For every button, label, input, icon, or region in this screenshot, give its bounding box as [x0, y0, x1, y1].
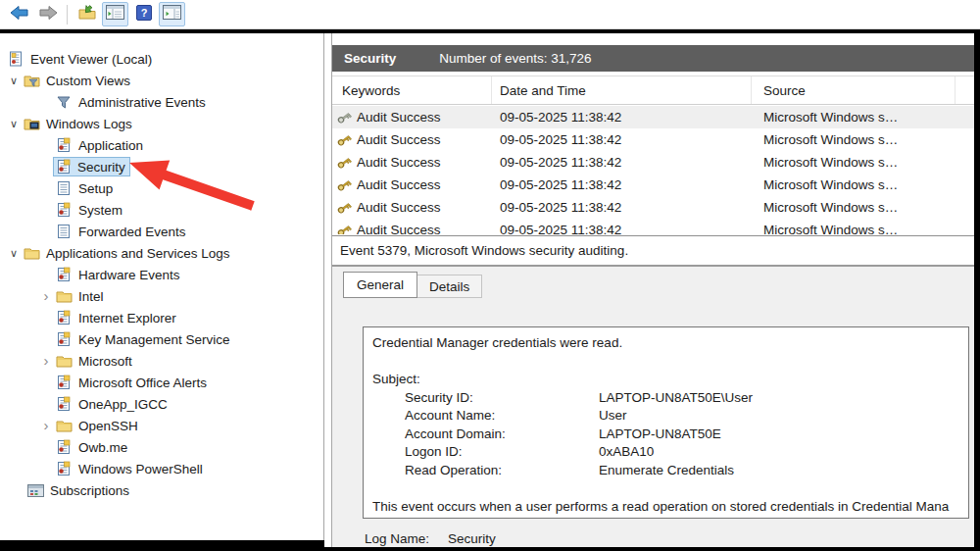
tree-item-label: Key Management Service	[78, 332, 230, 347]
folder-filter-icon	[24, 73, 41, 88]
events-table-body: Audit Success09-05-2025 11:38:42Microsof…	[332, 106, 974, 234]
chevron-down-icon[interactable]: ∨	[4, 70, 24, 91]
event-row[interactable]: Audit Success09-05-2025 11:38:42Microsof…	[332, 151, 974, 174]
tree-item-openssh[interactable]: ›OpenSSH	[0, 415, 323, 436]
event-row[interactable]: Audit Success09-05-2025 11:38:42Microsof…	[332, 128, 974, 151]
key-gold-icon	[336, 177, 352, 193]
event-description-box[interactable]: Credential Manager credentials were read…	[363, 326, 969, 519]
tree-item-administrative-events[interactable]: Administrative Events	[0, 91, 323, 113]
folder-icon	[56, 288, 74, 304]
tree-item-label: Subscriptions	[50, 483, 129, 498]
log-name-value: Security	[448, 531, 496, 546]
chevron-right-icon[interactable]: ›	[36, 415, 56, 436]
tree-item-label: Owb.me	[78, 440, 127, 455]
subject-fields: Security ID:LAPTOP-UN8AT50E\UserAccount …	[372, 389, 968, 480]
event-description-line: Credential Manager credentials were read…	[372, 334, 968, 353]
console-tree-pane: Event Viewer (Local)∨Custom ViewsAdminis…	[0, 33, 324, 540]
subscriptions-icon	[27, 482, 45, 498]
show-action-pane-button[interactable]	[159, 2, 185, 26]
red-callout-arrow-icon	[127, 155, 259, 216]
tree-item-internet-explorer[interactable]: Internet Explorer	[0, 307, 323, 328]
log-alert-icon	[56, 331, 74, 347]
log-alert-icon	[56, 267, 74, 282]
back-arrow-icon	[10, 5, 29, 25]
event-keywords-cell: Audit Success	[332, 200, 492, 216]
tab-general[interactable]: General	[343, 272, 417, 298]
log-plain-icon	[56, 180, 74, 196]
field-label: Read Operation:	[405, 462, 599, 480]
detail-tabs: General Details	[332, 267, 974, 298]
forward-button[interactable]	[34, 2, 61, 26]
tree-item-subscriptions[interactable]: Subscriptions	[0, 479, 323, 501]
tree-item-oneapp-igcc[interactable]: OneApp_IGCC	[0, 393, 323, 415]
chevron-right-icon[interactable]: ›	[36, 285, 56, 307]
event-viewer-window: ? Event Viewer (Local)∨Custom ViewsAdmin…	[0, 0, 980, 551]
tree-item-microsoft-office-alerts[interactable]: Microsoft Office Alerts	[0, 372, 323, 393]
event-keywords-cell: Audit Success	[332, 110, 492, 125]
key-silver-icon	[336, 110, 352, 125]
key-gold-icon	[336, 132, 352, 148]
tree-item-windows-logs[interactable]: ∨Windows Logs	[0, 113, 323, 134]
events-pane: Security Number of events: 31,726 Keywor…	[331, 33, 974, 547]
event-row[interactable]: Audit Success09-05-2025 11:38:42Microsof…	[332, 219, 974, 234]
tree-item-applications-and-services-logs[interactable]: ∨Applications and Services Logs	[0, 242, 323, 264]
event-row[interactable]: Audit Success09-05-2025 11:38:42Microsof…	[332, 196, 974, 219]
column-header-keywords[interactable]: Keywords	[332, 76, 492, 104]
event-source: Microsoft Windows s…	[752, 132, 956, 147]
log-alert-icon	[56, 202, 74, 218]
toolbar-separator	[67, 5, 68, 25]
open-saved-log-button[interactable]	[74, 2, 100, 26]
event-detail-title: Event 5379, Microsoft Windows security a…	[340, 243, 628, 258]
selected-tree-item-box: Security	[53, 157, 130, 176]
log-name-label: Log Name:	[365, 531, 448, 546]
tree-item-hardware-events[interactable]: Hardware Events	[0, 264, 323, 285]
event-keywords: Audit Success	[357, 200, 441, 215]
field-value: LAPTOP-UN8AT50E\User	[599, 389, 753, 408]
back-button[interactable]	[6, 2, 32, 26]
help-button[interactable]: ?	[130, 2, 157, 26]
log-alert-icon	[56, 439, 74, 455]
tab-details[interactable]: Details	[417, 275, 482, 298]
chevron-down-icon[interactable]: ∨	[4, 113, 24, 134]
tree-item-intel[interactable]: ›Intel	[0, 285, 323, 307]
tree-item-label: Custom Views	[46, 74, 130, 88]
open-saved-log-icon	[78, 5, 96, 25]
event-row[interactable]: Audit Success09-05-2025 11:38:42Microsof…	[332, 174, 974, 196]
tree-item-forwarded-events[interactable]: Forwarded Events	[0, 221, 323, 242]
folder-icon	[56, 353, 74, 369]
field-label: Logon ID:	[405, 443, 599, 462]
subject-label: Subject:	[372, 371, 968, 389]
pane-splitter[interactable]	[324, 33, 331, 547]
tree-item-event-viewer-local[interactable]: Event Viewer (Local)	[0, 48, 323, 70]
log-alert-icon	[56, 396, 74, 412]
events-table-header: Keywords Date and Time Source	[332, 75, 974, 105]
tree-item-key-management-service[interactable]: Key Management Service	[0, 328, 323, 350]
svg-text:?: ?	[140, 7, 147, 19]
tree-item-label: Application	[78, 138, 143, 153]
tree-item-application[interactable]: Application	[0, 134, 323, 156]
field-label: Account Domain:	[405, 426, 599, 444]
column-header-datetime[interactable]: Date and Time	[492, 76, 752, 104]
show-console-tree-button[interactable]	[102, 2, 128, 26]
tree-item-windows-powershell[interactable]: Windows PowerShell	[0, 458, 323, 479]
event-detail-header: Event 5379, Microsoft Windows security a…	[332, 236, 974, 267]
log-alert-icon	[56, 461, 74, 476]
event-source: Microsoft Windows s…	[752, 200, 956, 215]
column-header-source[interactable]: Source	[752, 76, 956, 104]
chevron-right-icon[interactable]: ›	[36, 350, 56, 372]
events-pane-titlebar: Security Number of events: 31,726	[332, 45, 974, 72]
tree-item-microsoft[interactable]: ›Microsoft	[0, 350, 323, 372]
tree-item-label: OneApp_IGCC	[78, 397, 168, 412]
tree-item-label: Security	[77, 160, 125, 175]
log-alert-icon	[56, 159, 74, 175]
tree-item-owb-me[interactable]: Owb.me	[0, 436, 323, 458]
tree-item-custom-views[interactable]: ∨Custom Views	[0, 70, 323, 91]
chevron-down-icon[interactable]: ∨	[4, 242, 24, 264]
tree-item-label: System	[78, 203, 122, 218]
folder-icon	[24, 245, 41, 261]
key-gold-icon	[336, 200, 352, 216]
field-value: LAPTOP-UN8AT50E	[599, 426, 721, 444]
event-viewer-icon	[8, 51, 25, 67]
forward-arrow-icon	[38, 5, 58, 25]
event-row[interactable]: Audit Success09-05-2025 11:38:42Microsof…	[332, 106, 974, 128]
